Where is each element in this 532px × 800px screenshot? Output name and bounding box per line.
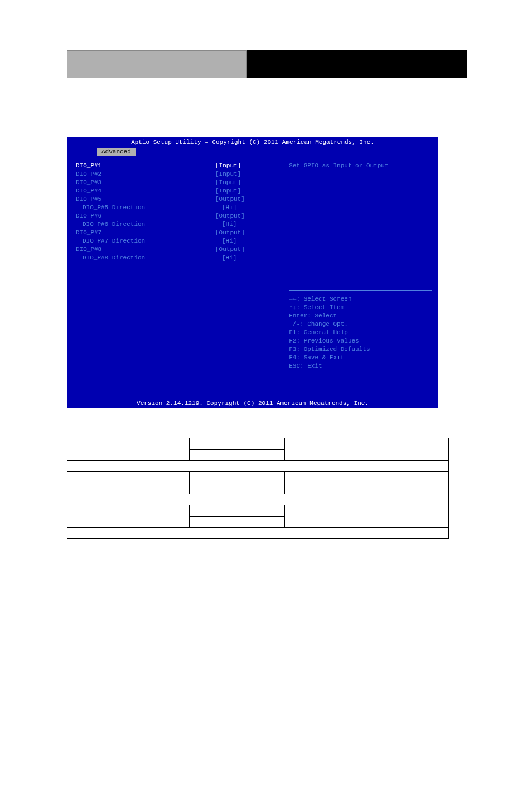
bios-row-dio-p5[interactable]: DIO_P#5[Output]	[76, 195, 273, 204]
bios-tab-advanced[interactable]: Advanced	[97, 148, 136, 156]
help-key-2: Enter: Select	[289, 312, 432, 320]
bios-row-dio-p8-dir[interactable]: DIO_P#8 Direction[Hi]	[76, 254, 273, 262]
help-description: Set GPIO as Input or Output	[289, 162, 432, 170]
header-bar	[67, 50, 467, 78]
table-row	[67, 472, 449, 483]
bios-row-dio-p3[interactable]: DIO_P#3[Input]	[76, 179, 273, 187]
help-key-0: →←: Select Screen	[289, 295, 432, 303]
options-table	[67, 438, 449, 539]
bios-title: Aptio Setup Utility – Copyright (C) 2011…	[67, 137, 438, 148]
help-key-7: F4: Save & Exit	[289, 354, 432, 362]
help-key-8: ESC: Exit	[289, 362, 432, 370]
header-left	[67, 50, 247, 78]
bios-left-panel: DIO_P#1[Input] DIO_P#2[Input] DIO_P#3[In…	[67, 156, 282, 398]
bios-screen: Aptio Setup Utility – Copyright (C) 2011…	[67, 137, 438, 407]
bios-row-dio-p1[interactable]: DIO_P#1[Input]	[76, 162, 273, 170]
help-key-5: F2: Previous Values	[289, 337, 432, 345]
bios-row-dio-p8[interactable]: DIO_P#8[Output]	[76, 245, 273, 254]
table-row	[67, 461, 449, 472]
help-key-1: ↑↓: Select Item	[289, 303, 432, 312]
table-row	[67, 438, 449, 450]
table-row	[67, 494, 449, 505]
bios-row-dio-p6[interactable]: DIO_P#6[Output]	[76, 212, 273, 220]
bios-footer: Version 2.14.1219. Copyright (C) 2011 Am…	[67, 398, 438, 408]
bios-row-dio-p2[interactable]: DIO_P#2[Input]	[76, 170, 273, 179]
help-divider	[289, 290, 432, 291]
bios-row-dio-p7[interactable]: DIO_P#7[Output]	[76, 229, 273, 237]
header-right	[247, 50, 467, 78]
help-key-3: +/-: Change Opt.	[289, 320, 432, 329]
table-row	[67, 528, 449, 539]
table-row	[67, 505, 449, 517]
bios-row-dio-p7-dir[interactable]: DIO_P#7 Direction[Hi]	[76, 237, 273, 245]
bios-body: DIO_P#1[Input] DIO_P#2[Input] DIO_P#3[In…	[67, 156, 438, 398]
bios-row-dio-p6-dir[interactable]: DIO_P#6 Direction[Hi]	[76, 220, 273, 229]
bios-row-dio-p5-dir[interactable]: DIO_P#5 Direction[Hi]	[76, 204, 273, 212]
help-key-6: F3: Optimized Defaults	[289, 345, 432, 354]
bios-row-dio-p4[interactable]: DIO_P#4[Input]	[76, 187, 273, 195]
bios-right-panel: Set GPIO as Input or Output →←: Select S…	[282, 156, 438, 398]
help-key-4: F1: General Help	[289, 329, 432, 337]
